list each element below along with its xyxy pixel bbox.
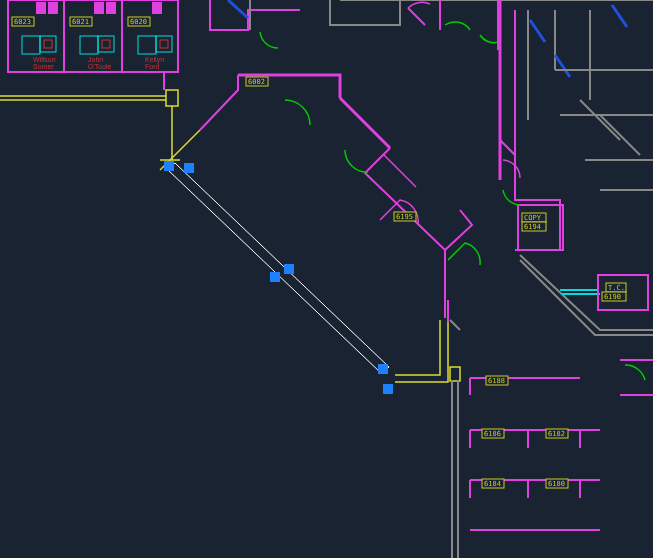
grip[interactable] <box>184 163 194 173</box>
svg-rect-19 <box>166 90 178 106</box>
svg-text:6194: 6194 <box>524 223 541 231</box>
svg-text:John: John <box>88 56 103 63</box>
svg-line-43 <box>500 140 515 155</box>
svg-text:Ford: Ford <box>145 63 160 70</box>
svg-rect-9 <box>44 40 52 48</box>
svg-text:6021: 6021 <box>72 18 89 26</box>
svg-text:6186: 6186 <box>484 430 501 438</box>
svg-rect-5 <box>80 36 98 54</box>
svg-line-32 <box>612 5 627 27</box>
svg-text:COPY: COPY <box>524 214 542 222</box>
svg-line-30 <box>530 20 545 42</box>
grip[interactable] <box>284 264 294 274</box>
svg-text:6188: 6188 <box>488 377 505 385</box>
svg-rect-4 <box>40 36 56 52</box>
svg-text:6182: 6182 <box>548 430 565 438</box>
grip[interactable] <box>383 384 393 394</box>
svg-text:6020: 6020 <box>130 18 147 26</box>
svg-text:Somer: Somer <box>33 63 54 70</box>
svg-text:6195: 6195 <box>396 213 413 221</box>
cad-canvas[interactable]: 6023 6021 6020 6002 6195 COPY 6194 T.C. … <box>0 0 653 558</box>
svg-rect-13 <box>48 2 58 14</box>
svg-rect-7 <box>138 36 156 54</box>
svg-rect-11 <box>160 40 168 48</box>
svg-rect-6 <box>98 36 114 52</box>
svg-line-31 <box>555 55 570 77</box>
svg-rect-8 <box>156 36 172 52</box>
grip[interactable] <box>164 161 174 171</box>
left-corridor <box>0 72 180 160</box>
svg-line-24 <box>228 0 248 18</box>
room-tags: 6023 6021 6020 6002 6195 COPY 6194 T.C. … <box>12 17 626 488</box>
grip[interactable] <box>270 272 280 282</box>
grip[interactable] <box>378 364 388 374</box>
svg-text:6190: 6190 <box>604 293 621 301</box>
selected-wall[interactable] <box>168 163 389 374</box>
svg-rect-12 <box>36 2 46 14</box>
svg-rect-16 <box>152 2 162 14</box>
svg-line-61 <box>175 163 389 367</box>
svg-rect-3 <box>22 36 40 54</box>
selection-grips[interactable] <box>164 161 393 394</box>
svg-text:O'Toole: O'Toole <box>88 63 112 70</box>
svg-text:6180: 6180 <box>548 480 565 488</box>
svg-rect-15 <box>106 2 116 14</box>
svg-text:6023: 6023 <box>14 18 31 26</box>
bottom-offices <box>470 378 600 530</box>
right-wing <box>500 0 653 395</box>
top-building <box>210 0 653 50</box>
svg-text:6184: 6184 <box>484 480 501 488</box>
svg-rect-10 <box>102 40 110 48</box>
svg-text:T.C.: T.C. <box>608 284 625 292</box>
svg-rect-14 <box>94 2 104 14</box>
diagonal-room <box>160 75 480 318</box>
svg-text:6002: 6002 <box>248 78 265 86</box>
svg-text:Willson: Willson <box>33 56 56 63</box>
occupant-names: Willson Somer John O'Toole Kellyn Ford <box>33 56 164 70</box>
svg-line-45 <box>450 320 460 330</box>
svg-rect-44 <box>450 367 460 381</box>
lower-corridor <box>395 300 460 558</box>
